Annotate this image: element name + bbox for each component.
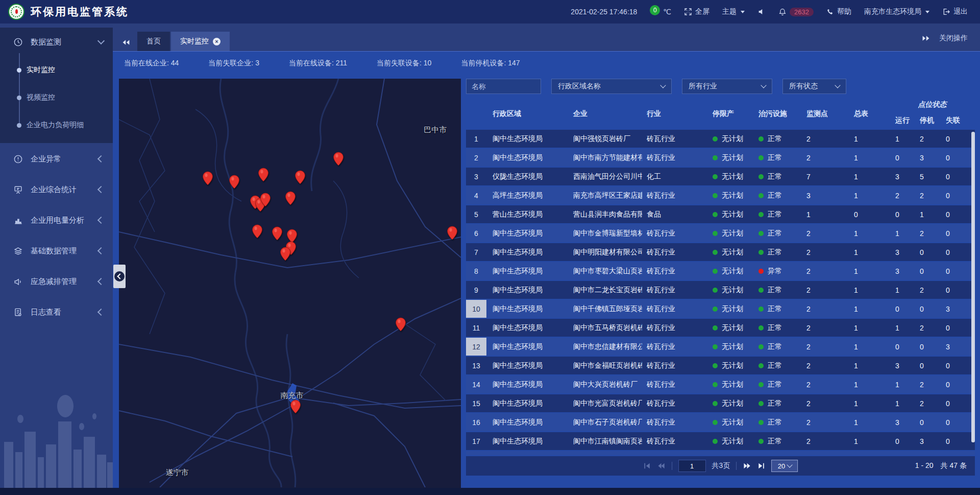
- table-row[interactable]: 2阆中生态环境局阆中市南方节能建材有砖瓦行业无计划正常21030: [466, 149, 975, 167]
- table-row[interactable]: 7阆中生态环境局阆中明阳建材有限公司砖瓦行业无计划正常21300: [466, 243, 975, 261]
- cell-limit-status: 无计划: [706, 394, 752, 412]
- sidebar-group-header[interactable]: 企业综合统计: [0, 175, 113, 204]
- page-size-select[interactable]: 20: [771, 460, 798, 472]
- table-row[interactable]: 12阆中生态环境局阆中市忠信建材有限公砖瓦行业无计划正常21003: [466, 338, 975, 356]
- tab-实时监控[interactable]: 实时监控×: [171, 32, 230, 51]
- cell-lost: 0: [939, 243, 975, 261]
- cell-index: 18: [466, 451, 486, 455]
- table-row[interactable]: 18南部生态环境局南部县砌兴水泥有限公建材加工无计划正常50050: [466, 451, 975, 455]
- table-row[interactable]: 8阆中生态环境局阆中市枣碧大梁山页岩砖瓦行业无计划异常21300: [466, 262, 975, 280]
- table-row[interactable]: 13阆中生态环境局阆中市金福旺页岩机砖砖瓦行业无计划正常21300: [466, 357, 975, 374]
- map-pin[interactable]: [290, 399, 301, 414]
- status-dot-green: [758, 136, 764, 142]
- map-pin[interactable]: [258, 168, 268, 182]
- map-panel[interactable]: 巴中市南充市遂宁市: [119, 79, 461, 488]
- cell-industry: 砖瓦行业: [642, 394, 706, 412]
- previous-page-button[interactable]: [657, 462, 666, 469]
- table-row[interactable]: 11阆中生态环境局阆中市五马桥页岩机砖砖瓦行业无计划正常21120: [466, 319, 975, 337]
- table-row[interactable]: 15阆中生态环境局阆中市光富页岩机砖厂砖瓦行业无计划正常21120: [466, 394, 975, 412]
- cell-index: 16: [466, 413, 486, 431]
- logout-button[interactable]: 退出: [942, 7, 968, 16]
- sidebar-subitem[interactable]: 企业电力负荷明细: [0, 111, 113, 139]
- table-row[interactable]: 4高坪生态环境局南充市高坪区王家店建砖瓦行业无计划正常31220: [466, 186, 975, 204]
- close-icon[interactable]: ×: [213, 38, 220, 45]
- cell-region: 高坪生态环境局: [486, 186, 566, 204]
- first-page-button[interactable]: [643, 462, 651, 469]
- map-pin[interactable]: [295, 170, 306, 184]
- map-pin[interactable]: [280, 247, 290, 261]
- tabs-scroll-left-button[interactable]: [122, 39, 130, 46]
- cell-run: 1: [890, 281, 913, 299]
- next-page-button[interactable]: [743, 462, 751, 469]
- map-collapse-button[interactable]: [113, 265, 126, 288]
- stat-item: 当前在线企业: 44: [124, 59, 179, 68]
- range-label: 1 - 20: [915, 461, 934, 470]
- cell-points: 5: [800, 451, 846, 455]
- sidebar-group-header[interactable]: 企业异常: [0, 144, 113, 174]
- map-pin[interactable]: [285, 191, 296, 205]
- table-row[interactable]: 5营山生态环境局营山县润丰肉食品有限食品无计划正常10010: [466, 205, 975, 223]
- status-dot-green: [713, 250, 718, 255]
- chevron-down-icon: [741, 11, 745, 13]
- table-row[interactable]: 6阆中生态环境局阆中市金博瑞新型墙材砖瓦行业无计划正常21120: [466, 224, 975, 242]
- status-dot-red: [758, 269, 764, 274]
- mute-button[interactable]: [757, 8, 766, 16]
- theme-menu-button[interactable]: 主题: [722, 7, 745, 16]
- sidebar-subitem-label: 实时监控: [27, 65, 55, 75]
- chevron-left-icon: [97, 247, 105, 254]
- page-number-input[interactable]: [678, 460, 706, 472]
- region-filter-select[interactable]: 行政区域名称: [551, 79, 672, 94]
- bullet-icon: [17, 96, 21, 100]
- industry-filter-select[interactable]: 所有行业: [682, 79, 772, 94]
- cell-facility-status: 正常: [752, 451, 800, 455]
- notifications-button[interactable]: 2632: [778, 8, 814, 16]
- close-operations-button[interactable]: 关闭操作: [939, 34, 968, 43]
- table-row[interactable]: 16阆中生态环境局阆中市石子页岩机砖厂砖瓦行业无计划正常21300: [466, 413, 975, 431]
- cell-facility-status: 正常: [752, 281, 800, 299]
- sidebar-group-header[interactable]: 数据监测: [0, 28, 113, 56]
- cell-company: 阆中市金博瑞新型墙材: [566, 224, 642, 242]
- table-row[interactable]: 10阆中生态环境局阆中千佛镇五郎垭页岩砖瓦行业无计划正常21003: [466, 300, 975, 318]
- fullscreen-button[interactable]: 全屏: [684, 7, 709, 16]
- sidebar-group-label: 企业用电量分析: [31, 216, 99, 225]
- sidebar-group-header[interactable]: 企业用电量分析: [0, 205, 113, 235]
- sidebar-group-header[interactable]: 基础数据管理: [0, 236, 113, 266]
- map-pin[interactable]: [447, 226, 457, 240]
- layers-icon: [13, 246, 24, 256]
- tab-list: 首页实时监控×: [137, 32, 230, 51]
- org-menu-button[interactable]: 南充市生态环境局: [864, 7, 929, 16]
- map-pin[interactable]: [203, 171, 213, 185]
- fullscreen-icon: [684, 8, 692, 16]
- map-pin[interactable]: [396, 317, 406, 332]
- sidebar-subitem[interactable]: 实时监控: [0, 56, 113, 84]
- sidebar-group-header[interactable]: 日志查看: [0, 297, 113, 327]
- tab-首页[interactable]: 首页: [137, 32, 170, 51]
- status-dot-green: [713, 288, 718, 293]
- cell-facility-status: 正常: [752, 205, 800, 223]
- sidebar-subitem[interactable]: 视频监控: [0, 84, 113, 111]
- map-pin[interactable]: [333, 152, 344, 166]
- cell-index: 8: [466, 262, 486, 280]
- horn-icon: [13, 277, 24, 287]
- cell-facility-status: 正常: [752, 432, 800, 450]
- help-button[interactable]: 帮助: [826, 7, 851, 16]
- map-pin[interactable]: [272, 226, 283, 241]
- cell-company: 南部县砌兴水泥有限公: [566, 451, 642, 455]
- table-row[interactable]: 1阆中生态环境局阆中强锐页岩砖厂砖瓦行业无计划正常21120: [466, 130, 975, 148]
- table-row[interactable]: 17阆中生态环境局阆中市江南镇阆南页岩砖瓦行业无计划正常21030: [466, 432, 975, 450]
- cell-stop: 1: [913, 205, 939, 223]
- tabs-scroll-right-button[interactable]: [922, 35, 930, 42]
- name-filter-input[interactable]: [466, 79, 541, 94]
- table-scrollbar[interactable]: [971, 132, 975, 442]
- last-page-button[interactable]: [757, 462, 765, 469]
- cell-meters: 1: [846, 130, 890, 148]
- map-pin[interactable]: [260, 193, 271, 207]
- table-row[interactable]: 3仪陇生态环境局西南油气田分公司川中化工无计划正常71350: [466, 168, 975, 185]
- status-filter-select[interactable]: 所有状态: [782, 79, 846, 94]
- map-pin[interactable]: [252, 224, 262, 239]
- map-pin[interactable]: [229, 175, 240, 189]
- filter-bar: 行政区域名称 所有行业 所有状态: [466, 79, 975, 94]
- table-row[interactable]: 9阆中生态环境局阆中市二龙长宝页岩砖砖瓦行业无计划正常21120: [466, 281, 975, 299]
- table-row[interactable]: 14阆中生态环境局阆中大兴页岩机砖厂砖瓦行业无计划正常21120: [466, 375, 975, 393]
- sidebar-group-header[interactable]: 应急减排管理: [0, 267, 113, 296]
